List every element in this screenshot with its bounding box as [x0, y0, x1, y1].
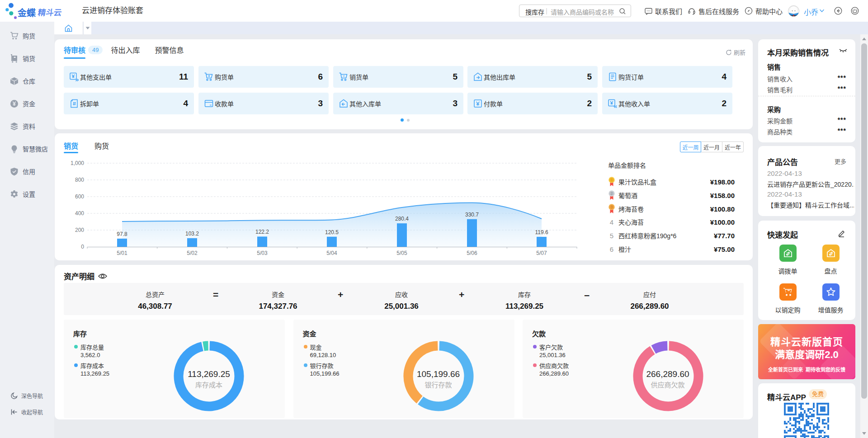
svg-text:3: 3: [610, 205, 613, 209]
svg-text:2: 2: [610, 191, 613, 196]
svg-text:1: 1: [610, 178, 613, 182]
